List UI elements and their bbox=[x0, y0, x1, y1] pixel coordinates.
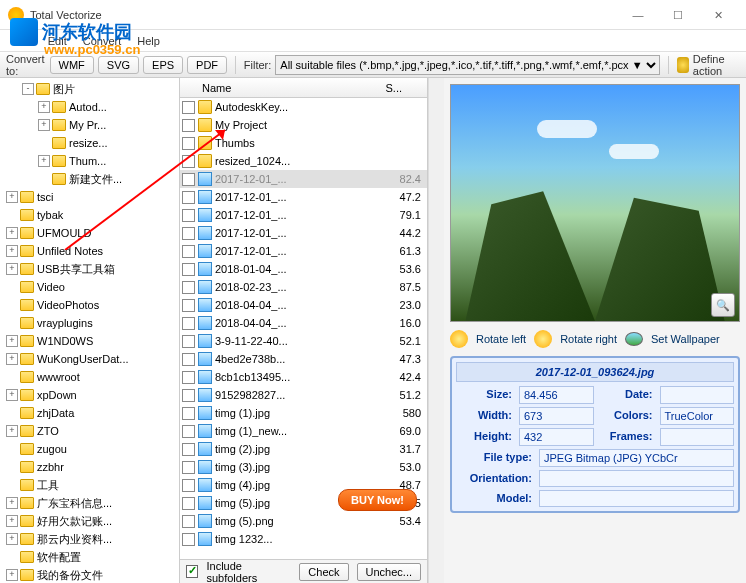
file-checkbox[interactable] bbox=[182, 497, 195, 510]
tree-item[interactable]: +那云内业资料... bbox=[2, 530, 177, 548]
tree-item[interactable]: +我的备份文件 bbox=[2, 566, 177, 583]
file-checkbox[interactable] bbox=[182, 317, 195, 330]
menu-convert[interactable]: Convert bbox=[75, 35, 130, 47]
tree-item[interactable]: +Autod... bbox=[2, 98, 177, 116]
file-row[interactable]: 8cb1cb13495...42.4 bbox=[180, 368, 427, 386]
file-row[interactable]: 2018-04-04_...16.0 bbox=[180, 314, 427, 332]
file-checkbox[interactable] bbox=[182, 335, 195, 348]
tree-item[interactable]: 新建文件... bbox=[2, 170, 177, 188]
tree-item[interactable]: +WuKongUserDat... bbox=[2, 350, 177, 368]
expand-icon[interactable]: + bbox=[6, 497, 18, 509]
file-checkbox[interactable] bbox=[182, 191, 195, 204]
file-checkbox[interactable] bbox=[182, 479, 195, 492]
file-row[interactable]: 2018-04-04_...23.0 bbox=[180, 296, 427, 314]
format-eps-button[interactable]: EPS bbox=[143, 56, 183, 74]
expand-icon[interactable]: - bbox=[22, 83, 34, 95]
file-row[interactable]: timg (5).png53.4 bbox=[180, 512, 427, 530]
buy-now-button[interactable]: BUY Now! bbox=[338, 489, 417, 511]
tree-item[interactable]: +W1ND0WS bbox=[2, 332, 177, 350]
expand-icon[interactable]: + bbox=[6, 353, 18, 365]
file-row[interactable]: 2017-12-01_...82.4 bbox=[180, 170, 427, 188]
file-checkbox[interactable] bbox=[182, 515, 195, 528]
expand-icon[interactable]: + bbox=[38, 101, 50, 113]
file-row[interactable]: timg (1)_new...69.0 bbox=[180, 422, 427, 440]
tree-item[interactable]: VideoPhotos bbox=[2, 296, 177, 314]
tree-item[interactable]: zhjData bbox=[2, 404, 177, 422]
tree-item[interactable]: +My Pr... bbox=[2, 116, 177, 134]
tree-item[interactable]: -图片 bbox=[2, 80, 177, 98]
set-wallpaper-button[interactable]: Set Wallpaper bbox=[651, 333, 720, 345]
file-checkbox[interactable] bbox=[182, 119, 195, 132]
file-row[interactable]: Thumbs bbox=[180, 134, 427, 152]
file-row[interactable]: timg 1232... bbox=[180, 530, 427, 548]
file-row[interactable]: 2017-12-01_...61.3 bbox=[180, 242, 427, 260]
tree-item[interactable]: zzbhr bbox=[2, 458, 177, 476]
maximize-button[interactable]: ☐ bbox=[658, 1, 698, 29]
expand-icon[interactable]: + bbox=[6, 515, 18, 527]
scrollbar[interactable] bbox=[428, 78, 444, 583]
tree-item[interactable]: zugou bbox=[2, 440, 177, 458]
tree-item[interactable]: 软件配置 bbox=[2, 548, 177, 566]
filter-select[interactable]: All suitable files (*.bmp,*.jpg,*.jpeg,*… bbox=[275, 55, 660, 75]
file-checkbox[interactable] bbox=[182, 281, 195, 294]
file-rows[interactable]: AutodeskKey...My ProjectThumbsresized_10… bbox=[180, 98, 427, 559]
file-row[interactable]: AutodeskKey... bbox=[180, 98, 427, 116]
tree-item[interactable]: +Unfiled Notes bbox=[2, 242, 177, 260]
file-checkbox[interactable] bbox=[182, 461, 195, 474]
file-checkbox[interactable] bbox=[182, 137, 195, 150]
file-checkbox[interactable] bbox=[182, 227, 195, 240]
file-row[interactable]: My Project bbox=[180, 116, 427, 134]
tree-item[interactable]: tybak bbox=[2, 206, 177, 224]
file-row[interactable]: 2017-12-01_...44.2 bbox=[180, 224, 427, 242]
file-checkbox[interactable] bbox=[182, 371, 195, 384]
tree-item[interactable]: 工具 bbox=[2, 476, 177, 494]
menu-file[interactable]: File bbox=[6, 35, 40, 47]
check-button[interactable]: Check bbox=[299, 563, 348, 581]
menu-edit[interactable]: Edit bbox=[40, 35, 75, 47]
rotate-left-button[interactable]: Rotate left bbox=[476, 333, 526, 345]
expand-icon[interactable]: + bbox=[38, 155, 50, 167]
file-checkbox[interactable] bbox=[182, 299, 195, 312]
tree-item[interactable]: +xpDown bbox=[2, 386, 177, 404]
tree-item[interactable]: +UFMOULD bbox=[2, 224, 177, 242]
expand-icon[interactable]: + bbox=[6, 245, 18, 257]
column-size[interactable]: S... bbox=[350, 82, 410, 94]
file-row[interactable]: timg (3).jpg53.0 bbox=[180, 458, 427, 476]
file-checkbox[interactable] bbox=[182, 443, 195, 456]
expand-icon[interactable]: + bbox=[6, 335, 18, 347]
tree-item[interactable]: +tsci bbox=[2, 188, 177, 206]
file-row[interactable]: 2017-12-01_...79.1 bbox=[180, 206, 427, 224]
file-checkbox[interactable] bbox=[182, 101, 195, 114]
file-row[interactable]: 2017-12-01_...47.2 bbox=[180, 188, 427, 206]
file-checkbox[interactable] bbox=[182, 389, 195, 402]
expand-icon[interactable]: + bbox=[6, 389, 18, 401]
file-checkbox[interactable] bbox=[182, 173, 195, 186]
tree-item[interactable]: Video bbox=[2, 278, 177, 296]
close-button[interactable]: ✕ bbox=[698, 1, 738, 29]
tree-item[interactable]: vrayplugins bbox=[2, 314, 177, 332]
expand-icon[interactable]: + bbox=[38, 119, 50, 131]
uncheck-button[interactable]: Unchec... bbox=[357, 563, 421, 581]
tree-item[interactable]: +USB共享工具箱 bbox=[2, 260, 177, 278]
file-checkbox[interactable] bbox=[182, 209, 195, 222]
expand-icon[interactable]: + bbox=[6, 227, 18, 239]
menu-help[interactable]: Help bbox=[129, 35, 168, 47]
tree-item[interactable]: +好用欠款记账... bbox=[2, 512, 177, 530]
expand-icon[interactable]: + bbox=[6, 569, 18, 581]
file-checkbox[interactable] bbox=[182, 425, 195, 438]
tree-item[interactable]: +ZTO bbox=[2, 422, 177, 440]
expand-icon[interactable]: + bbox=[6, 533, 18, 545]
column-name[interactable]: Name bbox=[180, 82, 350, 94]
expand-icon[interactable]: + bbox=[6, 191, 18, 203]
rotate-right-button[interactable]: Rotate right bbox=[560, 333, 617, 345]
expand-icon[interactable]: + bbox=[6, 263, 18, 275]
file-row[interactable]: timg (2).jpg31.7 bbox=[180, 440, 427, 458]
file-row[interactable]: 2018-01-04_...53.6 bbox=[180, 260, 427, 278]
file-checkbox[interactable] bbox=[182, 353, 195, 366]
file-checkbox[interactable] bbox=[182, 245, 195, 258]
minimize-button[interactable]: — bbox=[618, 1, 658, 29]
expand-icon[interactable]: + bbox=[6, 425, 18, 437]
folder-tree[interactable]: -图片+Autod...+My Pr...resize...+Thum...新建… bbox=[0, 78, 180, 583]
file-checkbox[interactable] bbox=[182, 263, 195, 276]
file-row[interactable]: 9152982827...51.2 bbox=[180, 386, 427, 404]
